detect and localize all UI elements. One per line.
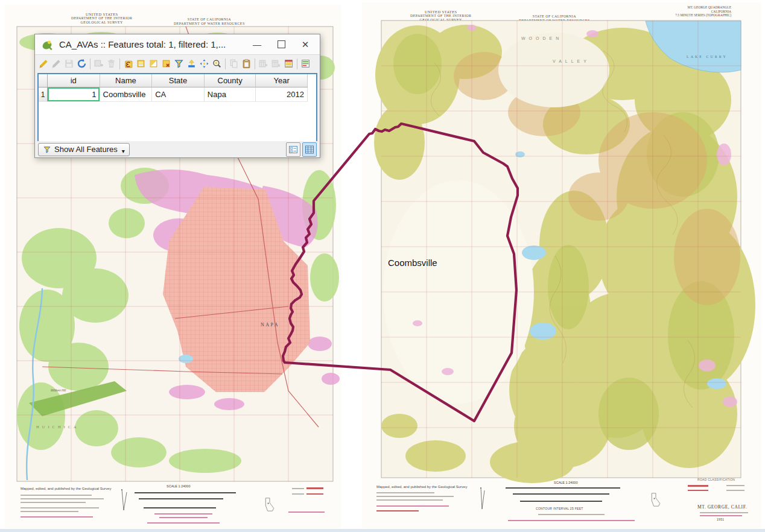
filter-funnel-icon xyxy=(43,145,51,154)
road-classification-label: ROAD CLASSIFICATION xyxy=(697,478,735,481)
multi-edit-icon[interactable] xyxy=(50,57,63,70)
attribute-window-footer: Show All Features ▾ xyxy=(35,141,320,157)
delete-selected-icon[interactable] xyxy=(105,57,118,70)
california-index-map-right xyxy=(650,492,661,508)
attribute-table: id Name State County Year 1 1 Coombsvill… xyxy=(37,73,317,143)
left-scale-label: SCALE 1:24000 xyxy=(167,484,190,488)
show-all-features-label: Show All Features xyxy=(54,145,118,154)
add-feature-icon[interactable] xyxy=(92,57,105,70)
minimize-button[interactable]: — xyxy=(245,34,269,54)
california-index-map-left xyxy=(264,497,275,513)
bottom-edge-strip xyxy=(0,529,765,532)
column-header-state[interactable]: State xyxy=(152,74,205,87)
table-view-button[interactable] xyxy=(302,142,317,157)
declination-diagram-right xyxy=(475,486,489,510)
cell-name[interactable]: Coombsville xyxy=(100,87,152,102)
huichica-label: HUICHICA xyxy=(36,425,80,429)
select-by-expression-icon[interactable] xyxy=(122,57,135,70)
reload-table-icon[interactable] xyxy=(75,57,88,70)
cell-county[interactable]: Napa xyxy=(204,87,256,102)
qgis-logo-icon xyxy=(40,38,54,51)
attribute-table-window: CA_AVAs :: Features total: 1, filtered: … xyxy=(34,34,320,158)
corner-header[interactable] xyxy=(39,74,47,87)
invert-selection-icon[interactable] xyxy=(147,57,160,70)
dropdown-caret-icon: ▾ xyxy=(122,148,125,154)
save-edits-icon[interactable] xyxy=(63,57,75,70)
attribute-toolbar xyxy=(35,55,320,72)
declination-diagram xyxy=(117,487,130,511)
row-number[interactable]: 1 xyxy=(39,87,47,102)
right-scale-label: SCALE 1:24000 xyxy=(554,481,577,484)
window-title: CA_AVAs :: Features total: 1, filtered: … xyxy=(59,39,245,49)
header-row: id Name State County Year xyxy=(39,74,308,87)
sheet-year: 1951 xyxy=(717,518,724,521)
toggle-editing-icon[interactable] xyxy=(37,57,50,70)
contour-interval-label: CONTOUR INTERVAL 25 FEET xyxy=(536,507,583,510)
cell-state[interactable]: CA xyxy=(152,87,205,102)
napa-city-label: NAPA xyxy=(261,322,279,328)
column-header-name[interactable]: Name xyxy=(100,74,152,87)
copy-rows-icon[interactable] xyxy=(227,57,240,70)
maximize-button[interactable] xyxy=(269,34,293,54)
zoom-to-selected-icon[interactable] xyxy=(211,57,223,70)
close-button[interactable]: ✕ xyxy=(293,34,317,54)
right-credit: Mapped, edited, and published by the Geo… xyxy=(376,485,467,489)
delete-field-icon[interactable] xyxy=(270,57,282,70)
organize-columns-icon[interactable] xyxy=(282,57,295,70)
move-selection-to-top-icon[interactable] xyxy=(185,57,198,70)
wooden-label: WOODEN xyxy=(521,36,562,40)
table-view-icon xyxy=(305,145,314,154)
column-header-year[interactable]: Year xyxy=(256,74,308,87)
select-all-icon[interactable] xyxy=(135,57,147,70)
milliken-hill-label: Milliken Hill xyxy=(51,388,66,392)
left-credit: Mapped, edited, and published by the Geo… xyxy=(21,487,111,490)
filter-select-icon[interactable] xyxy=(173,57,185,70)
column-header-county[interactable]: County xyxy=(204,74,256,87)
form-view-icon xyxy=(288,145,298,154)
conditional-formatting-icon[interactable] xyxy=(299,57,312,70)
cell-year[interactable]: 2012 xyxy=(256,87,308,102)
coombsville-map-label: Coombsville xyxy=(388,258,437,268)
column-header-id[interactable]: id xyxy=(47,74,100,87)
window-title-bar[interactable]: CA_AVAs :: Features total: 1, filtered: … xyxy=(35,34,320,55)
sheet-name: MT. GEORGE, CALIF. xyxy=(697,504,747,510)
show-all-features-button[interactable]: Show All Features ▾ xyxy=(38,143,130,156)
lake-curry-label: LAKE CURRY xyxy=(687,55,728,59)
new-field-icon[interactable] xyxy=(257,57,270,70)
paste-features-icon[interactable] xyxy=(240,57,253,70)
pan-to-selected-icon[interactable] xyxy=(198,57,211,70)
deselect-all-icon[interactable] xyxy=(160,57,173,70)
cell-id[interactable]: 1 xyxy=(47,87,100,102)
screenshot-root: UNITED STATES DEPARTMENT OF THE INTERIOR… xyxy=(0,0,765,532)
valley-label: VALLEY xyxy=(553,59,590,63)
form-view-button[interactable] xyxy=(286,142,300,157)
table-row: 1 1 Coombsville CA Napa 2012 xyxy=(39,87,308,102)
